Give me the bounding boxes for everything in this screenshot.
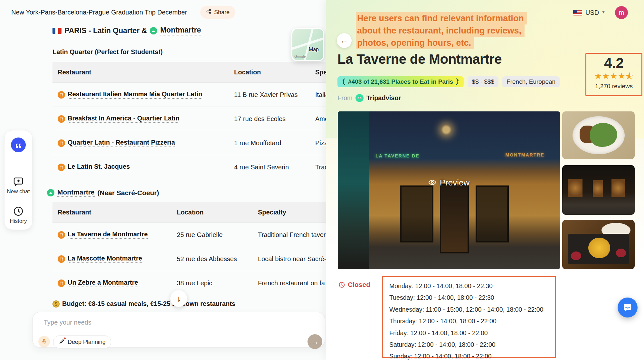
restaurant-icon [58,91,65,99]
montmartre-link[interactable]: Montmartre [57,188,95,197]
ranking-text: #403 of 21,631 Places to Eat in Paris [348,78,453,85]
restaurant-link[interactable]: Breakfast In America - Quartier Latin [68,115,179,123]
ranking-badge: #403 of 21,631 Places to Eat in Paris [337,76,464,87]
avatar[interactable]: m [615,6,628,19]
location-cell: 52 rue des Abbesses [172,255,253,263]
france-flag-icon [52,28,62,34]
restaurant-link[interactable]: Un Zebre a Montmartre [68,279,138,287]
budget-text: Budget: €8-15 casual meals, €15-25 sit-d… [62,300,235,308]
hours-line: Saturday: 12:00 - 14:00, 18:00 - 22:00 [389,339,555,350]
star-rating-icon: ★★★★★★ [586,72,641,80]
support-chat-button[interactable] [618,298,638,317]
restaurant-icon [58,255,65,263]
cuisine-badge: French, European [502,76,560,87]
scroll-down-button[interactable]: ↓ [170,290,187,307]
chat-input-box: Deep Planning → [32,312,325,348]
hours-line: Tuesday: 12:00 - 14:00, 18:00 - 22:30 [389,292,555,303]
section2-title: Montmartre (Near Sacré-Coeur) [47,188,159,197]
hours-line: Wednesday: 11:00 - 15:00, 12:00 - 14:00,… [389,304,555,315]
restaurant-icon [58,115,65,123]
send-button[interactable]: → [308,334,322,349]
location-cell: 1 rue Mouffetard [229,139,310,147]
thumb-window [593,180,603,197]
us-flag-icon [573,10,582,15]
tripadvisor-logo-icon [355,94,364,102]
opening-hours-box: Monday: 12:00 - 14:00, 18:00 - 22:30 Tue… [382,276,556,358]
page-title: PARIS - Latin Quarter & Montmartre [52,26,201,35]
restaurant-link[interactable]: Quartier Latin - Restaurant Pizzeria [68,139,175,147]
google-watermark: Google [294,54,306,58]
sidebar-item-history[interactable]: History [5,206,32,224]
laurel-left-icon [342,78,346,86]
app-logo[interactable]: “ [11,137,26,152]
clock-icon [338,281,345,288]
new-chat-icon [5,176,32,187]
share-button[interactable]: Share [200,6,235,19]
eye-icon [428,178,437,187]
history-clock-icon [5,206,32,217]
annotation-line: about the restaurant, including reviews, [356,24,525,37]
col-location: Location [229,69,310,76]
chat-input[interactable] [43,318,270,327]
mic-button[interactable] [38,336,50,347]
price-badge: $$ - $$$ [468,76,498,87]
photo-thumbnail-dish[interactable] [562,111,635,159]
restaurant-link[interactable]: La Mascotte Montmartre [68,255,142,263]
location-cell: 17 rue des Ecoles [229,115,310,123]
status-badge: Closed [348,281,370,289]
restaurant-detail-panel: ← Here users can find relevant informati… [326,0,644,360]
col-location: Location [172,209,253,216]
app-window: New York-Paris-Barcelona-Prague Graduati… [0,0,644,360]
main-photo[interactable]: LA TAVERNE DE MONTMARTRE Preview [338,111,560,269]
map-label: Map [309,47,319,52]
thumb-meat [571,251,581,261]
montmartre-link[interactable]: Montmartre [160,26,201,35]
rating-box: 4.2 ★★★★★★ 1,270 reviews [585,53,642,96]
trip-title: New York-Paris-Barcelona-Prague Graduati… [11,9,187,16]
restaurant-icon [58,231,65,239]
chat-bubble-icon [623,303,632,312]
floating-sidebar: “ New chat History [4,130,33,230]
share-label: Share [214,9,230,16]
thumb-salad [590,123,618,147]
map-widget[interactable]: Map Google [291,28,324,61]
thumb-meat [616,249,626,258]
section2-title-rest: (Near Sacré-Coeur) [98,189,159,197]
thumb-window [568,179,582,197]
preview-button[interactable]: Preview [428,177,469,187]
hours-line: Sunday: 12:00 - 14:00, 18:00 - 22:00 [389,350,555,360]
page-title-text: PARIS - Latin Quarter & [64,26,147,35]
review-count: 1,270 reviews [586,83,641,90]
col-restaurant: Restaurant [52,69,229,76]
location-cell: 4 rue Saint Severin [229,164,310,171]
history-label: History [5,218,32,224]
hours-line: Thursday: 12:00 - 14:00, 18:00 - 22:00 [389,315,555,327]
money-bag-icon: $ [52,300,60,308]
photo-thumbnail-facade[interactable] [562,165,635,215]
share-icon [206,9,212,16]
location-cell: 25 rue Gabrielle [172,231,253,239]
photo-thumbnail-platter[interactable] [562,220,635,269]
restaurant-link[interactable]: La Taverne de Montmartre [68,231,148,239]
restaurant-icon [58,279,65,287]
annotation-note: Here users can find relevant information… [356,12,568,49]
restaurant-link[interactable]: Restaurant Italien Mamma Mia Quarter Lat… [68,90,202,99]
restaurant-title: La Taverne de Montmartre [337,52,502,67]
photo-overlay [338,111,560,269]
restaurant-link[interactable]: Le Latin St. Jacques [68,163,130,171]
thumb-chips [588,238,610,258]
back-button[interactable]: ← [337,33,352,48]
col-restaurant: Restaurant [52,209,172,216]
currency-selector[interactable]: USD [585,9,599,16]
deep-planning-label: Deep Planning [68,339,106,346]
hours-line: Monday: 12:00 - 14:00, 18:00 - 22:30 [389,280,555,292]
new-chat-label: New chat [5,188,32,195]
annotation-line: photos, opening hours, etc. [356,37,474,49]
annotation-line: Here users can find relevant information [356,12,527,24]
chevron-down-icon[interactable]: ▾ [602,9,605,15]
deep-planning-button[interactable]: Deep Planning [53,336,111,348]
restaurant-icon [58,164,65,171]
sidebar-divider [11,162,26,162]
sidebar-item-new-chat[interactable]: New chat [5,176,32,195]
restaurant-icon [58,139,65,147]
